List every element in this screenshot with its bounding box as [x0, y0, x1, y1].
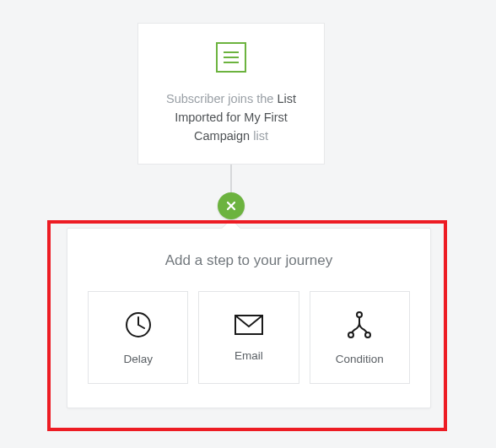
svg-point-9: [357, 312, 362, 317]
list-icon: [216, 42, 246, 73]
clock-icon: [124, 310, 153, 339]
close-icon: [226, 201, 236, 211]
trigger-prefix: Subscriber joins the: [166, 92, 277, 105]
svg-point-11: [365, 332, 370, 337]
option-condition-label: Condition: [336, 353, 384, 365]
step-options: Delay Email Condition: [88, 291, 410, 384]
trigger-card[interactable]: Subscriber joins the List Imported for M…: [137, 23, 325, 165]
option-delay-label: Delay: [123, 353, 153, 365]
svg-line-7: [138, 325, 144, 328]
option-email[interactable]: Email: [198, 291, 299, 384]
envelope-icon: [234, 314, 264, 336]
branch-icon: [347, 310, 372, 339]
option-email-label: Email: [235, 349, 263, 362]
trigger-text: Subscriber joins the List Imported for M…: [154, 89, 309, 145]
close-button[interactable]: [218, 192, 245, 219]
add-step-panel: Add a step to your journey Delay Email: [67, 228, 431, 408]
panel-title: Add a step to your journey: [88, 252, 410, 269]
option-delay[interactable]: Delay: [88, 291, 188, 384]
trigger-suffix: list: [250, 129, 268, 143]
option-condition[interactable]: Condition: [310, 291, 410, 384]
svg-point-10: [348, 332, 353, 337]
